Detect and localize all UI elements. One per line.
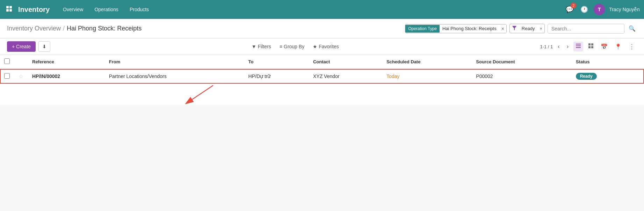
top-navigation: Inventory Overview Operations Products 💬… (0, 0, 644, 19)
svg-rect-7 (576, 47, 581, 48)
more-options-button[interactable]: ⋮ (627, 41, 637, 52)
download-icon: ⬇ (42, 44, 46, 49)
source-doc-col-header[interactable]: Source Document (472, 55, 571, 69)
svg-rect-3 (9, 9, 12, 12)
group-by-button[interactable]: ≡ Group By (276, 42, 308, 51)
select-all-header[interactable] (0, 55, 14, 69)
breadcrumb-inventory-overview[interactable]: Inventory Overview (7, 25, 61, 32)
svg-rect-5 (576, 44, 581, 44)
filters-label: Filters (258, 44, 271, 49)
svg-rect-8 (588, 43, 591, 45)
scheduled-date-col-header[interactable]: Scheduled Date (382, 55, 472, 69)
clock-icon-button[interactable]: 🕐 (579, 4, 589, 15)
svg-marker-4 (512, 26, 516, 30)
breadcrumb: Inventory Overview / Hai Phong Stock: Re… (7, 25, 142, 32)
pagination-info: 1-1 / 1 (540, 44, 553, 49)
star-col-header (14, 55, 28, 69)
kanban-view-button[interactable] (586, 42, 596, 51)
ready-filter-tag: Ready × (509, 24, 545, 33)
operation-type-filter-tag: Operation Type Hai Phong Stock: Receipts… (405, 24, 507, 33)
nav-products[interactable]: Products (125, 5, 154, 14)
nav-links: Overview Operations Products (58, 5, 562, 14)
header-filter-area: Operation Type Hai Phong Stock: Receipts… (405, 24, 637, 34)
group-by-label: Group By (284, 44, 304, 49)
ready-filter-value: Ready (519, 24, 538, 33)
svg-rect-9 (591, 43, 593, 45)
page-next-button[interactable]: › (565, 43, 571, 50)
table-row[interactable]: ☆ HP/IN/00002 Partner Locations/Vendors … (0, 69, 644, 84)
nav-overview[interactable]: Overview (58, 5, 88, 14)
star-icon[interactable]: ☆ (19, 73, 23, 79)
ready-filter-close-button[interactable]: × (537, 24, 544, 33)
operation-type-label: Operation Type (405, 25, 440, 33)
search-input[interactable] (548, 24, 624, 34)
favorites-button[interactable]: ★ Favorites (309, 42, 342, 51)
red-arrow-annotation (185, 84, 220, 105)
map-view-button[interactable]: 📍 (613, 42, 624, 51)
sub-header: Inventory Overview / Hai Phong Stock: Re… (0, 19, 644, 38)
svg-rect-2 (6, 9, 9, 12)
operation-type-close-button[interactable]: × (499, 24, 506, 33)
status-badge: Ready (576, 73, 597, 80)
toolbar-left: + Create ⬇ (7, 41, 50, 52)
kanban-view-icon (588, 44, 594, 50)
extra-col-header (634, 55, 644, 69)
app-grid-icon[interactable] (4, 4, 15, 15)
favorites-label: Favorites (319, 44, 339, 49)
row-checkbox[interactable] (4, 73, 10, 79)
group-by-icon: ≡ (280, 44, 282, 49)
page-prev-button[interactable]: ‹ (556, 43, 562, 50)
toolbar: + Create ⬇ ▼ Filters ≡ Group By ★ Favori… (0, 38, 644, 55)
data-table-container: Reference From To Contact Scheduled Date… (0, 55, 644, 84)
status-col-header[interactable]: Status (572, 55, 634, 69)
table-header: Reference From To Contact Scheduled Date… (0, 55, 644, 69)
nav-operations[interactable]: Operations (89, 5, 123, 14)
svg-rect-0 (6, 6, 9, 8)
row-star-cell[interactable]: ☆ (14, 69, 28, 84)
row-checkbox-cell[interactable] (0, 69, 14, 84)
from-col-header[interactable]: From (105, 55, 244, 69)
svg-line-13 (192, 85, 213, 99)
arrow-annotation-container (0, 84, 644, 105)
filters-button[interactable]: ▼ Filters (248, 42, 275, 51)
receipts-table: Reference From To Contact Scheduled Date… (0, 55, 644, 84)
row-source-document: P00002 (472, 69, 571, 84)
create-button[interactable]: + Create (7, 41, 36, 52)
svg-rect-11 (591, 46, 593, 48)
row-scheduled-date: Today (382, 69, 472, 84)
to-col-header[interactable]: To (244, 55, 309, 69)
row-extra (634, 69, 644, 84)
list-view-button[interactable] (573, 42, 583, 51)
breadcrumb-separator: / (63, 25, 65, 32)
reference-col-header[interactable]: Reference (28, 55, 105, 69)
search-button[interactable]: 🔍 (627, 24, 637, 33)
row-from: Partner Locations/Vendors (105, 69, 244, 84)
clock-icon: 🕐 (580, 6, 588, 13)
svg-rect-10 (588, 46, 591, 48)
calendar-view-button[interactable]: 📅 (599, 42, 610, 51)
filter-icon: ▼ (252, 44, 256, 49)
toolbar-right: 1-1 / 1 ‹ › 📅 📍 ⋮ (540, 41, 637, 52)
search-icon: 🔍 (629, 26, 636, 31)
svg-rect-1 (9, 6, 12, 8)
breadcrumb-current: Hai Phong Stock: Receipts (67, 25, 142, 32)
download-button[interactable]: ⬇ (38, 41, 50, 52)
user-name[interactable]: Tracy Nguyễn (609, 7, 640, 12)
row-reference[interactable]: HP/IN/00002 (28, 69, 105, 84)
select-all-checkbox[interactable] (4, 58, 10, 64)
svg-rect-6 (576, 45, 581, 46)
row-status: Ready (572, 69, 634, 84)
chat-icon-button[interactable]: 💬 2 (564, 4, 575, 15)
notification-badge: 2 (571, 3, 576, 8)
map-view-icon: 📍 (615, 44, 622, 50)
calendar-view-icon: 📅 (601, 44, 608, 50)
contact-col-header[interactable]: Contact (309, 55, 382, 69)
toolbar-center: ▼ Filters ≡ Group By ★ Favorites (248, 42, 342, 51)
list-view-icon (576, 44, 581, 50)
nav-right-section: 💬 2 🕐 T Tracy Nguyễn (564, 4, 640, 15)
user-avatar[interactable]: T (594, 4, 605, 15)
row-to: HP/Dự trữ (244, 69, 309, 84)
row-contact: XYZ Vendor (309, 69, 382, 84)
favorites-icon: ★ (313, 44, 317, 49)
table-body: ☆ HP/IN/00002 Partner Locations/Vendors … (0, 69, 644, 84)
